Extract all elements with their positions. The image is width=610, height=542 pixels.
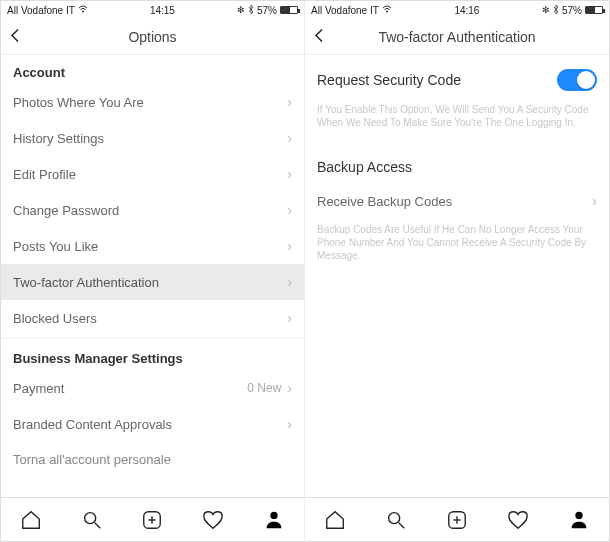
nav-home[interactable] <box>20 509 42 531</box>
section-business: Business Manager Settings <box>1 341 304 370</box>
battery-percent: 57% <box>562 5 582 16</box>
status-bar: All Vodafone IT 14:16 ✻ 57% <box>305 1 609 19</box>
clock-label: 14:15 <box>150 5 175 16</box>
payment-badge: 0 New <box>247 381 281 395</box>
page-title: Two-factor Authentication <box>378 29 535 45</box>
chevron-right-icon: › <box>287 416 292 432</box>
row-receive-backup-codes[interactable]: Receive Backup Codes › <box>305 183 609 219</box>
svg-point-1 <box>85 512 96 523</box>
battery-icon <box>585 6 603 14</box>
page-title: Options <box>128 29 176 45</box>
row-request-security-code[interactable]: Request Security Code <box>305 55 609 99</box>
svg-point-0 <box>82 11 84 13</box>
section-account: Account <box>1 55 304 84</box>
backup-help-text: Backup Codes Are Useful If He Can No Lon… <box>305 219 609 274</box>
nav-home[interactable] <box>324 509 346 531</box>
svg-point-8 <box>389 512 400 523</box>
chevron-right-icon: › <box>287 380 292 396</box>
back-button[interactable] <box>313 26 327 47</box>
chevron-right-icon: › <box>592 193 597 209</box>
nav-activity[interactable] <box>507 509 529 531</box>
nav-search[interactable] <box>385 509 407 531</box>
row-photos-where-you-are[interactable]: Photos Where You Are › <box>1 84 304 120</box>
nav-search[interactable] <box>81 509 103 531</box>
header: Options <box>1 19 304 55</box>
chevron-right-icon: › <box>287 130 292 146</box>
section-backup-access: Backup Access <box>305 141 609 183</box>
bluetooth-icon <box>553 5 559 16</box>
options-list: Account Photos Where You Are › History S… <box>1 55 304 497</box>
svg-point-13 <box>575 511 582 518</box>
row-change-password[interactable]: Change Password › <box>1 192 304 228</box>
row-posts-you-like[interactable]: Posts You Like › <box>1 228 304 264</box>
chevron-right-icon: › <box>287 310 292 326</box>
chevron-right-icon: › <box>287 94 292 110</box>
nav-profile[interactable] <box>263 509 285 531</box>
settings-small-icon: ✻ <box>542 5 550 15</box>
svg-point-6 <box>270 511 277 518</box>
svg-point-7 <box>386 11 388 13</box>
chevron-right-icon: › <box>287 274 292 290</box>
bluetooth-icon <box>248 5 254 16</box>
request-help-text: If You Enable This Option, We Will Send … <box>305 99 609 141</box>
carrier-label: All Vodafone IT <box>311 5 379 16</box>
clock-label: 14:16 <box>454 5 479 16</box>
settings-small-icon: ✻ <box>237 5 245 15</box>
row-history-settings[interactable]: History Settings › <box>1 120 304 156</box>
row-trailing[interactable]: Torna all'account personale <box>1 442 304 477</box>
row-edit-profile[interactable]: Edit Profile › <box>1 156 304 192</box>
nav-bar <box>1 497 304 541</box>
nav-add[interactable] <box>446 509 468 531</box>
nav-activity[interactable] <box>202 509 224 531</box>
wifi-icon <box>382 5 392 15</box>
nav-add[interactable] <box>141 509 163 531</box>
svg-line-9 <box>399 522 405 528</box>
two-factor-content: Request Security Code If You Enable This… <box>305 55 609 497</box>
carrier-label: All Vodafone IT <box>7 5 75 16</box>
svg-line-2 <box>95 522 101 528</box>
right-screen: All Vodafone IT 14:16 ✻ 57% Two-factor A… <box>305 1 609 541</box>
row-branded-content[interactable]: Branded Content Approvals › <box>1 406 304 442</box>
battery-percent: 57% <box>257 5 277 16</box>
nav-bar <box>305 497 609 541</box>
divider <box>1 338 304 339</box>
header: Two-factor Authentication <box>305 19 609 55</box>
chevron-right-icon: › <box>287 238 292 254</box>
row-two-factor-auth[interactable]: Two-factor Authentication › <box>1 264 304 300</box>
battery-icon <box>280 6 298 14</box>
status-bar: All Vodafone IT 14:15 ✻ 57% <box>1 1 304 19</box>
security-code-toggle[interactable] <box>557 69 597 91</box>
chevron-right-icon: › <box>287 202 292 218</box>
row-payment[interactable]: Payment 0 New › <box>1 370 304 406</box>
back-button[interactable] <box>9 26 23 47</box>
nav-profile[interactable] <box>568 509 590 531</box>
row-blocked-users[interactable]: Blocked Users › <box>1 300 304 336</box>
left-screen: All Vodafone IT 14:15 ✻ 57% Options <box>1 1 305 541</box>
chevron-right-icon: › <box>287 166 292 182</box>
wifi-icon <box>78 5 88 15</box>
